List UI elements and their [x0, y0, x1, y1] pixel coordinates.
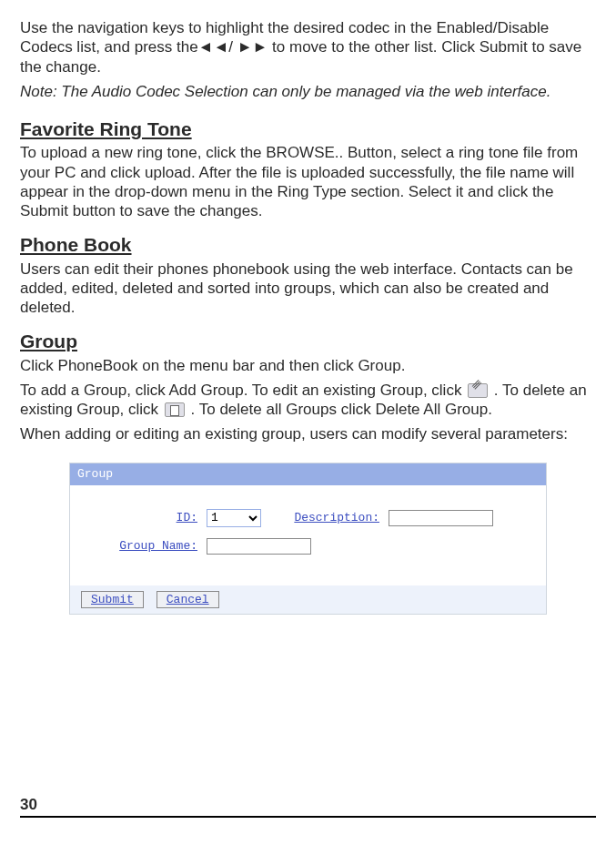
favorite-body: To upload a new ring tone, click the BRO… [20, 143, 596, 220]
description-label: Description: [261, 511, 389, 525]
edit-icon [468, 383, 488, 398]
submit-button[interactable]: Submit [81, 591, 144, 608]
group-line3: When adding or editing an existing group… [20, 424, 596, 443]
id-label: ID: [97, 511, 207, 525]
heading-phonebook: Phone Book [20, 233, 596, 257]
group-form-title: Group [70, 463, 546, 485]
group-line2a: To add a Group, click Add Group. To edit… [20, 382, 466, 399]
group-line2c: . To delete all Groups click Delete All … [191, 401, 492, 418]
page-footer: 30 [20, 795, 596, 818]
cancel-button[interactable]: Cancel [157, 591, 219, 608]
phonebook-body: Users can edit their phones phonebook us… [20, 260, 596, 318]
delete-icon [165, 402, 185, 417]
intro-note: Note: The Audio Codec Selection can only… [20, 82, 596, 101]
group-name-input[interactable] [207, 538, 311, 555]
page-number: 30 [20, 796, 37, 813]
intro-paragraph: Use the navigation keys to highlight the… [20, 18, 596, 76]
group-form: Group ID: 1 Description: Group Name: Sub… [69, 463, 547, 615]
group-line1: Click PhoneBook on the menu bar and then… [20, 356, 596, 375]
group-name-label: Group Name: [97, 539, 207, 554]
heading-group: Group [20, 330, 596, 353]
id-select[interactable]: 1 [207, 509, 261, 527]
description-input[interactable] [389, 510, 493, 526]
group-line2: To add a Group, click Add Group. To edit… [20, 381, 596, 420]
heading-favorite: Favorite Ring Tone [20, 117, 596, 141]
footer-rule [20, 816, 596, 818]
